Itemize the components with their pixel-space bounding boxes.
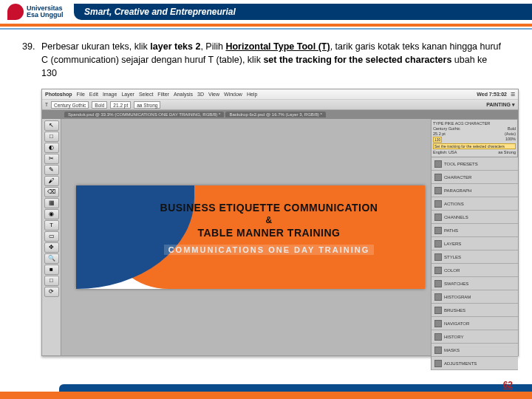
banner-line1: BUSINESS ETIQUETTE COMMUNICATION [128,202,410,214]
font-size-select[interactable]: 21.2 pt [110,101,131,109]
gradient-tool[interactable]: ▦ [44,198,59,208]
char-aa[interactable]: aa Strong [498,150,516,154]
bg-color[interactable]: □ [44,276,59,286]
eraser-tool[interactable]: ⌫ [44,187,59,197]
brush-tool[interactable]: 🖌 [44,176,59,186]
hand-tool[interactable]: ✥ [44,242,59,253]
menu-3d[interactable]: 3D [197,92,204,97]
banner-line3: COMMUNICATIONS ONE DAY TRAINING [164,245,375,255]
char-vscale[interactable]: 100% [505,137,516,143]
tracking-field[interactable]: 130 [433,137,442,143]
menu-file[interactable]: File [77,92,85,97]
menu-help[interactable]: Help [247,92,257,97]
panel-histogram[interactable]: HISTOGRAM [432,290,518,304]
menu-select[interactable]: Select [139,92,153,97]
panel-icon [434,267,442,274]
panel-channels[interactable]: CHANNELS [432,211,518,224]
panel-icon [434,307,442,314]
canvas[interactable]: BUSINESS ETIQUETTE COMMUNICATION & TABLE… [61,119,431,355]
panel-swatches[interactable]: SWATCHES [432,277,518,290]
zoom-tool[interactable]: 🔍 [44,253,59,264]
collapsed-panels: TOOL PRESETS CHARACTER PARAGRAPH ACTIONS… [431,157,518,370]
panel-brushes[interactable]: BRUSHES [432,304,518,317]
menu-edit[interactable]: Edit [89,92,98,97]
fg-color[interactable]: ■ [44,265,59,275]
page-number: 62 [503,380,513,390]
menu-view[interactable]: View [208,92,219,97]
font-style-select[interactable]: Bold [92,101,107,109]
menu-image[interactable]: Image [103,92,117,97]
workspace: ↖ □ ◐ ✂ ✎ 🖌 ⌫ ▦ ◉ T ▭ ✥ 🔍 ■ □ ⟳ BUSINESS… [42,119,518,355]
panel-icon [434,253,442,261]
crop-tool[interactable]: ✂ [44,154,59,164]
char-lang[interactable]: English: USA [433,150,457,154]
panel-paths[interactable]: PATHS [432,224,518,237]
panel-icon [434,200,442,208]
char-size[interactable]: 25.2 pt [433,132,446,136]
font-family-select[interactable]: Century Gothic [51,101,89,109]
char-panel-tabs[interactable]: TYPE PIKE ACG CHARACTER [433,121,490,126]
shape-tool[interactable]: ▭ [44,231,59,242]
photoshop-screenshot: Photoshop File Edit Image Layer Select F… [41,89,519,356]
menu-window[interactable]: Window [224,92,242,97]
logo-text: Universitas Esa Unggul [27,5,64,18]
tool-icon-t: T [45,102,48,107]
mac-menubar: Photoshop File Edit Image Layer Select F… [42,89,518,100]
panel-icon [434,227,442,234]
panel-layers[interactable]: LAYERS [432,237,518,250]
quickmask-tool[interactable]: ⟳ [44,287,59,297]
footer-orange [0,392,532,399]
logo-mark-icon [7,4,24,20]
step-number: 39. [22,40,35,53]
footer-blue [59,384,532,392]
move-tool[interactable]: ↖ [44,120,59,131]
panel-navigator[interactable]: NAVIGATOR [432,317,518,330]
char-weight[interactable]: Bold [508,126,516,131]
dodge-tool[interactable]: ◉ [44,209,59,219]
panel-tool-presets[interactable]: TOOL PRESETS [432,157,518,171]
spotlight-icon[interactable]: ☰ [511,92,515,98]
panel-icon [434,214,442,221]
menubar-right: Wed 7:53:02 ☰ [477,92,515,98]
document-tabs: Spanduk.psd @ 33.3% (COMMUNICATIONS ONE … [42,110,518,119]
lasso-tool[interactable]: ◐ [44,143,59,153]
menu-filter[interactable]: Filter [157,92,169,97]
character-panel[interactable]: TYPE PIKE ACG CHARACTER Century GothicBo… [431,119,518,157]
tagline: Smart, Creative and Entrepreneurial [74,4,532,20]
tab-spanduk[interactable]: Spanduk.psd @ 33.3% (COMMUNICATIONS ONE … [64,112,224,117]
tracking-tooltip: Set the tracking for the selected charac… [433,143,516,149]
panel-icon [434,293,442,301]
menu-analysis[interactable]: Analysis [174,92,193,97]
panel-adjustments[interactable]: ADJUSTMENTS [432,357,518,370]
banner-line2: TABLE MANNER TRAINING [128,227,410,239]
panel-color[interactable]: COLOR [432,264,518,277]
panel-icon [434,240,442,248]
panel-styles[interactable]: STYLES [432,250,518,264]
panel-masks[interactable]: MASKS [432,344,518,357]
toolbox: ↖ □ ◐ ✂ ✎ 🖌 ⌫ ▦ ◉ T ▭ ✥ 🔍 ■ □ ⟳ [42,119,61,355]
banner-artwork: BUSINESS ETIQUETTE COMMUNICATION & TABLE… [76,185,425,289]
menu-app[interactable]: Photoshop [45,92,72,97]
panel-history[interactable]: HISTORY [432,330,518,344]
banner-amp: & [128,215,410,225]
logo-name: Esa Unggul [27,12,64,18]
type-tool[interactable]: T [44,220,59,231]
char-font[interactable]: Century Gothic [433,126,460,131]
panel-icon [434,320,442,327]
panel-icon [434,280,442,287]
panel-actions[interactable]: ACTIONS [432,197,518,211]
menu-layer[interactable]: Layer [121,92,134,97]
panel-paragraph[interactable]: PARAGRAPH [432,184,518,197]
aa-select[interactable]: aa Strong [134,101,160,109]
instruction-text: 39. Perbesar ukuran teks, klik layer tek… [0,30,532,86]
logo: Universitas Esa Unggul [0,0,74,24]
panel-character[interactable]: CHARACTER [432,171,518,184]
eyedropper-tool[interactable]: ✎ [44,165,59,175]
workspace-switcher[interactable]: PAINTING ▾ [486,102,515,108]
slide-footer: 62 [0,383,532,399]
char-leading[interactable]: (Auto) [505,132,516,136]
tab-backdrop[interactable]: Backdrop 6x2.psd @ 16.7% (Layer 3, RGB/8… [225,112,325,117]
panel-icon [434,174,442,181]
panel-icon [434,160,442,168]
marquee-tool[interactable]: □ [44,132,59,142]
